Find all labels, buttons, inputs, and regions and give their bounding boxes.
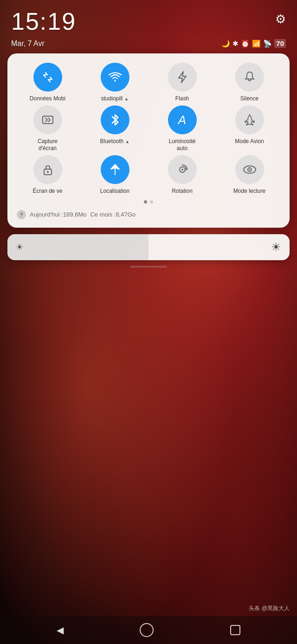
svg-line-2 <box>45 120 47 122</box>
qs-label-mobile-data: Données Mobi <box>30 95 65 102</box>
qs-grid: Données Mobi studiopill ▲ Flash <box>15 63 282 195</box>
date-label: Mar, 7 Avr <box>11 39 45 48</box>
battery-level: 70 <box>274 39 286 48</box>
dot-1 <box>144 200 147 204</box>
qs-circle-auto-brightness: A <box>168 105 197 134</box>
data-today-text: Aujourd'hui :189,6Mo <box>30 211 86 218</box>
qs-circle-wifi <box>101 63 129 92</box>
qs-circle-screen-lock <box>33 155 62 184</box>
qs-item-auto-brightness[interactable]: A Luminosité auto <box>149 105 215 151</box>
qs-circle-bluetooth <box>101 105 129 134</box>
dot-2 <box>150 200 153 204</box>
bluetooth-status-icon: ✱ <box>232 39 239 48</box>
nav-bar: ◀ <box>0 616 297 644</box>
brightness-panel[interactable]: ☀ ☀ <box>7 234 290 260</box>
quick-settings-panel: Données Mobi studiopill ▲ Flash <box>7 53 290 228</box>
qs-label-flash: Flash <box>175 95 189 102</box>
qs-label-airplane: Mode Avion <box>235 138 264 145</box>
svg-point-6 <box>47 171 49 173</box>
clock: 15:19 <box>11 9 76 33</box>
svg-line-4 <box>48 120 50 122</box>
qs-label-wifi: studiopill ▲ <box>101 95 129 102</box>
brightness-min-icon: ☀ <box>16 242 23 252</box>
qs-circle-silence <box>235 63 264 92</box>
pagination-dots <box>15 200 282 204</box>
date-status-row: Mar, 7 Avr 🌙 ✱ ⏰ 📶 📡 70 <box>0 37 297 53</box>
watermark: 头条 @黑脸大人 <box>249 605 290 612</box>
moon-icon: 🌙 <box>221 39 230 48</box>
qs-circle-reader-mode <box>235 155 264 184</box>
qs-item-silence[interactable]: Silence <box>217 63 282 102</box>
qs-label-auto-brightness: Luminosité auto <box>164 138 201 151</box>
qs-circle-mobile-data <box>33 63 62 92</box>
qs-item-screenshot[interactable]: Capture d'écran <box>15 105 80 151</box>
data-info-row: ? Aujourd'hui :189,6Mo Ce mois :8,47Go <box>15 207 282 220</box>
data-info-icon: ? <box>17 210 26 219</box>
qs-item-airplane[interactable]: Mode Avion <box>217 105 282 151</box>
qs-item-flash[interactable]: Flash <box>149 63 215 102</box>
qs-item-screen-lock[interactable]: Écran de ve <box>15 155 80 194</box>
qs-circle-flash <box>168 63 197 92</box>
recents-button[interactable] <box>230 625 240 635</box>
qs-label-rotation: Rotation <box>172 188 193 194</box>
qs-item-location[interactable]: Localisation <box>82 155 148 194</box>
qs-circle-rotation <box>168 155 197 184</box>
status-icons: 🌙 ✱ ⏰ 📶 📡 70 <box>221 39 286 48</box>
qs-circle-location <box>101 155 129 184</box>
qs-circle-screenshot <box>33 105 62 134</box>
wifi-status-icon: 📡 <box>263 39 272 48</box>
alarm-icon: ⏰ <box>241 39 250 48</box>
qs-item-reader-mode[interactable]: Mode lecture <box>217 155 282 194</box>
brightness-icons: ☀ ☀ <box>7 234 290 260</box>
qs-label-screen-lock: Écran de ve <box>32 188 62 194</box>
home-button[interactable] <box>140 623 154 637</box>
qs-label-reader-mode: Mode lecture <box>233 188 265 194</box>
home-bar <box>130 266 167 268</box>
qs-label-location: Localisation <box>100 188 129 194</box>
brightness-max-icon: ☀ <box>271 241 281 254</box>
svg-point-12 <box>249 169 250 171</box>
svg-point-9 <box>181 169 183 171</box>
qs-label-screenshot: Capture d'écran <box>29 138 66 151</box>
qs-label-bluetooth: Bluetooth ▲ <box>100 138 130 145</box>
qs-item-wifi[interactable]: studiopill ▲ <box>82 63 148 102</box>
qs-label-silence: Silence <box>240 95 258 102</box>
qs-item-rotation[interactable]: Rotation <box>149 155 215 194</box>
qs-item-bluetooth[interactable]: Bluetooth ▲ <box>82 105 148 151</box>
back-button[interactable]: ◀ <box>57 624 64 636</box>
settings-icon[interactable]: ⚙ <box>275 9 286 26</box>
svg-rect-0 <box>43 116 53 124</box>
data-month-text: Ce mois :8,47Go <box>90 211 136 218</box>
home-bar-area <box>0 266 297 268</box>
status-bar: 15:19 ⚙ <box>0 0 297 37</box>
qs-item-mobile-data[interactable]: Données Mobi <box>15 63 80 102</box>
qs-circle-airplane <box>235 105 264 134</box>
signal-icon: 📶 <box>252 39 261 48</box>
